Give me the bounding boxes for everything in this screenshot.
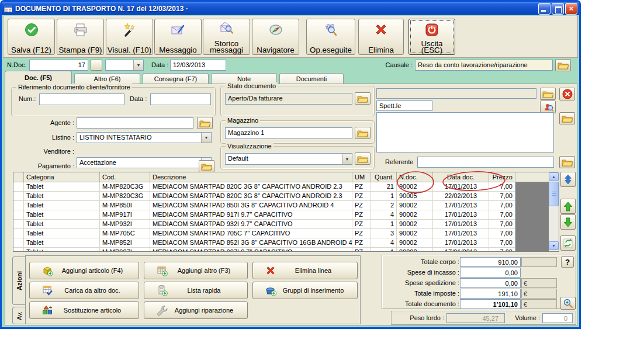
agente-lookup-button[interactable] (197, 117, 213, 129)
delete-line-button[interactable]: Elimina linea (252, 262, 358, 279)
totals-detail-button[interactable] (560, 297, 576, 310)
column-header-N.doc.[interactable]: N.doc. (397, 172, 433, 182)
table-cell (13, 248, 24, 251)
visualizzazione-group: Visualizzazione Default ▼ (220, 146, 375, 169)
referente-lookup-button[interactable] (559, 156, 575, 168)
move-line-down-button[interactable] (560, 214, 576, 230)
print-button[interactable]: Stampa (F9) (57, 19, 104, 55)
column-header-UM[interactable]: UM (352, 172, 371, 182)
rif-data-input[interactable] (150, 93, 211, 105)
chevron-down-icon[interactable]: ▼ (133, 60, 143, 70)
table-row[interactable]: TabletM-MP932IMEDIACOM SMARTPAD 932I 9.7… (13, 220, 549, 229)
tab-azioni[interactable]: Azioni (12, 256, 26, 305)
chevron-down-icon[interactable]: ▼ (201, 133, 211, 143)
quick-list-button[interactable]: Lista rapida (144, 282, 248, 299)
message-button[interactable]: Messaggio (154, 19, 202, 55)
table-row[interactable]: TabletM-MP850IMEDIACOM SMARTPAD 850I 3G … (13, 201, 549, 210)
table-row[interactable]: TabletM-MP820C3GMEDIACOM SMARTPAD 820C 3… (13, 192, 549, 201)
peso-lordo-input[interactable]: 45,27 (446, 313, 505, 323)
num-input[interactable] (39, 93, 124, 105)
doc-type-combo[interactable]: ▼ (105, 60, 144, 71)
add-other-button[interactable]: Aggiungi altro (F3) (144, 262, 248, 279)
scroll-down-icon[interactable]: ▼ (549, 241, 559, 250)
table-row[interactable]: TabletM-MP820C3GMEDIACOM SMARTPAD 820C 3… (13, 182, 549, 192)
visualizzazione-lookup-button[interactable] (355, 152, 371, 165)
scroll-up-icon[interactable]: ▲ (549, 172, 559, 181)
load-from-doc-button[interactable]: Carica da altro doc. (29, 282, 139, 299)
totale-documento-input[interactable]: 1'101,10 (460, 299, 521, 309)
tab-consegna[interactable]: Consegna (F7) (143, 73, 209, 84)
table-row[interactable]: TabletM-MP705CMEDIACOM SMARTPAD 705C 7''… (13, 229, 549, 238)
column-header-Categoria[interactable]: Categoria (24, 172, 100, 182)
table-row[interactable]: TabletM-MP852IMEDIACOM SMARTPAD 852I 3G … (13, 238, 549, 248)
column-header-Prezzo[interactable]: Prezzo (489, 172, 515, 182)
table-cell: Tablet (24, 238, 100, 248)
totale-imposte-input[interactable]: 191,10 (460, 289, 521, 299)
column-header-Descrizione[interactable]: Descrizione (150, 172, 352, 182)
move-line-up-button[interactable] (560, 199, 576, 214)
exit-button[interactable]: Uscita (ESC) (408, 19, 455, 55)
date-input[interactable]: 12/03/2013 (170, 60, 226, 71)
agente-input[interactable] (77, 117, 193, 129)
tab-altro[interactable]: Altro (F6) (74, 73, 140, 84)
close-button[interactable]: × (565, 3, 577, 15)
combo-value: LISTINO INTESTATARIO (79, 134, 151, 141)
table-cell: 21 (371, 182, 397, 192)
chevron-down-icon[interactable]: ▼ (342, 154, 352, 164)
tab-documenti[interactable]: Documenti (279, 73, 344, 84)
minimize-button[interactable] (538, 3, 550, 15)
table-row[interactable]: TabletM-MP917IMEDIACOM SMARTPAD 917I 9.7… (13, 210, 549, 220)
customer-lookup-button[interactable] (540, 88, 556, 100)
customer-clear-button[interactable] (559, 88, 575, 100)
salutation-input[interactable]: Spett.le (376, 100, 432, 111)
magazzino-input[interactable]: Magazzino 1 (225, 127, 352, 139)
listino-combo[interactable]: LISTINO INTESTATARIO ▼ (77, 132, 212, 143)
ndoc-input[interactable]: 17 (29, 60, 88, 71)
substitute-article-button[interactable]: Sostituzione articolo (29, 301, 139, 319)
causale-lookup-button[interactable] (555, 59, 571, 71)
grid-header: CategoriaCod.DescrizioneUMQuant.N.doc.Da… (13, 172, 549, 182)
ndoc-spin-button[interactable] (91, 60, 102, 71)
totale-corpo-input[interactable]: 910,00 (460, 257, 521, 267)
scrollbar-thumb[interactable] (549, 182, 559, 206)
move-line-button[interactable] (560, 172, 576, 187)
delete-button[interactable]: Elimina (358, 19, 404, 55)
magazzino-lookup-button[interactable] (355, 127, 371, 139)
contact-search-button[interactable] (540, 100, 556, 113)
operations-button[interactable]: Op.eseguite (306, 19, 355, 55)
customer-code-input[interactable] (376, 88, 536, 99)
table-row[interactable]: TabletM-MP907IMEDIACOM SMARTPAD 907I 9.7… (13, 248, 549, 251)
spese-incasso-input[interactable]: 0,00 (460, 268, 521, 278)
visualizzazione-combo[interactable]: Default ▼ (225, 153, 352, 165)
pagamento-lookup-button[interactable] (199, 160, 214, 172)
stato-lookup-button[interactable] (355, 92, 371, 105)
message-history-button[interactable]: Storico messaggi (203, 19, 250, 55)
column-header-Cod.[interactable]: Cod. (100, 172, 150, 182)
totals-panel: Totale corpo : 910,00 ? Spese di incasso… (382, 255, 576, 309)
referente-input[interactable] (417, 157, 554, 168)
volume-input[interactable]: 0 (542, 313, 573, 323)
refresh-lines-button[interactable] (560, 235, 576, 251)
save-button[interactable]: Salva (F12) (8, 19, 55, 55)
column-header-selector[interactable] (13, 172, 24, 182)
help-button[interactable]: ? (561, 256, 574, 268)
maximize-button[interactable] (552, 3, 564, 15)
preview-button[interactable]: Visual. (F10) (106, 19, 153, 55)
venditore-combo[interactable]: Accettazione ▼ (77, 157, 212, 168)
spese-spedizione-input[interactable]: 0,00 (460, 278, 521, 288)
column-header-Data doc.[interactable]: Data doc. (433, 172, 489, 182)
button-label: Stampa (F9) (58, 47, 103, 53)
stato-input[interactable]: Aperto/Da fatturare (225, 93, 352, 105)
grid-vertical-scrollbar[interactable]: ▲ ▼ (549, 172, 559, 251)
tab-avanzate[interactable]: Av. (12, 307, 26, 324)
navigator-button[interactable]: Navigatore (252, 19, 299, 55)
causale-input[interactable]: Reso da conto lavorazione/riparazione (415, 60, 553, 71)
address-textarea[interactable] (376, 112, 554, 152)
column-header-Quant.[interactable]: Quant. (371, 172, 397, 182)
insert-groups-button[interactable]: Gruppi di inserimento (252, 282, 358, 299)
address-lookup-button[interactable] (559, 112, 575, 124)
add-repair-button[interactable]: Aggiungi riparazione (144, 301, 248, 319)
add-article-button[interactable]: Aggiungi articolo (F4) (29, 262, 139, 279)
tab-doc[interactable]: Doc. (F5) (5, 71, 72, 84)
table-cell: 90005 (397, 192, 433, 201)
